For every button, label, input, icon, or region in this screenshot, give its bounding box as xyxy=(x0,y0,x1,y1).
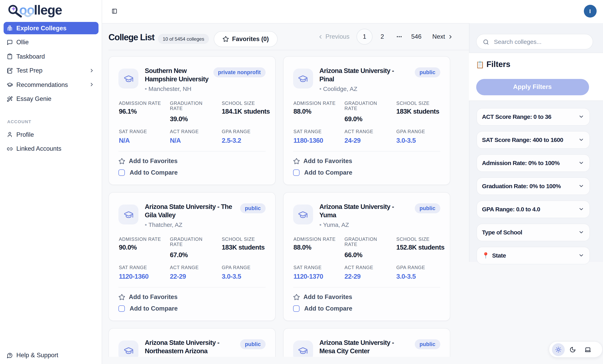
svg-text:llege: llege xyxy=(34,3,62,17)
